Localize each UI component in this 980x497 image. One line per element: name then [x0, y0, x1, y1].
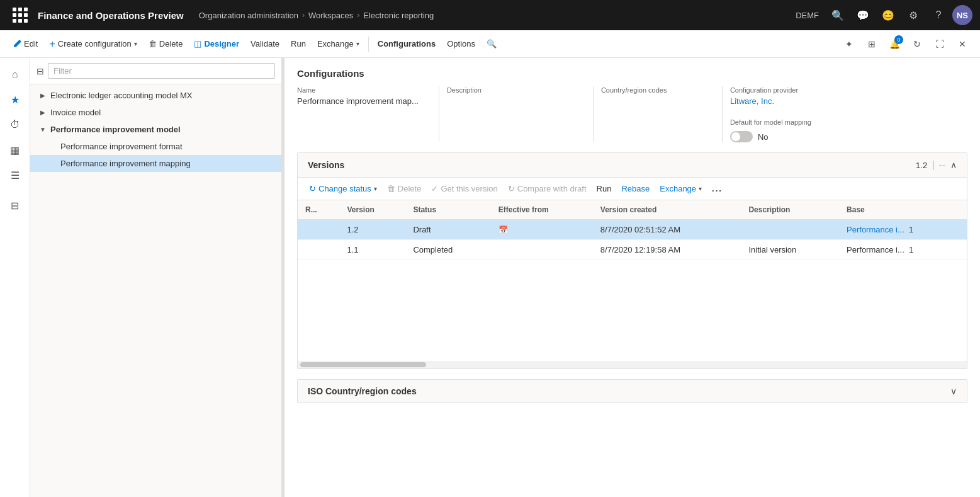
designer-icon: ◫: [194, 39, 201, 49]
col-created: Version created: [593, 200, 741, 220]
side-nav-calendar[interactable]: ▦: [4, 139, 26, 161]
help-btn[interactable]: ?: [927, 4, 950, 26]
config-country-label: Country/region codes: [601, 86, 702, 94]
breadcrumb-item-3[interactable]: Electronic reporting: [363, 11, 434, 20]
col-effective: Effective from: [491, 200, 593, 220]
breadcrumb-item-1[interactable]: Organization administration: [199, 11, 298, 20]
cmd-exchange[interactable]: Exchange ▾: [312, 37, 364, 51]
cmd-expand-icon[interactable]: ⛶: [930, 34, 950, 54]
tree-item-invoice-model[interactable]: ▶ Invoice model: [30, 104, 281, 121]
side-nav-recent[interactable]: ⏱: [4, 113, 26, 136]
cmd-delete[interactable]: 🗑 Delete: [144, 37, 188, 51]
vtool-get-version[interactable]: ✓ Get this version: [427, 181, 501, 196]
cell-r-1: [298, 220, 339, 240]
calendar-icon[interactable]: 📅: [498, 226, 508, 234]
field-sep-2: [593, 86, 594, 142]
environment-label: DEMF: [796, 11, 819, 20]
vtool-more[interactable]: ...: [708, 181, 726, 196]
config-country-field: Country/region codes: [601, 86, 714, 142]
tree-item-performance-model[interactable]: ▼ Performance improvement model: [30, 121, 281, 138]
field-sep-1: [439, 86, 439, 142]
cmd-edit[interactable]: Edit: [8, 37, 43, 51]
config-provider-value[interactable]: Litware, Inc.: [730, 96, 843, 106]
horizontal-scrollbar[interactable]: [298, 361, 967, 368]
vtool-compare[interactable]: ↻ Compare with draft: [504, 181, 590, 196]
cmd-create-config[interactable]: + Create configuration ▾: [44, 37, 142, 52]
versions-table: R... Version Status Effective from Versi…: [298, 200, 967, 260]
cell-base-2: Performance i... 1: [839, 240, 967, 260]
side-nav-home[interactable]: ⌂: [4, 63, 26, 86]
cell-effective-2: [491, 240, 593, 260]
settings-btn[interactable]: ⚙: [902, 4, 925, 26]
col-r: R...: [298, 200, 339, 220]
tree-arrow-2: ▶: [38, 109, 48, 116]
cmd-validate[interactable]: Validate: [245, 37, 284, 51]
vtool-rebase[interactable]: Rebase: [617, 181, 653, 196]
config-desc-label: Description: [447, 86, 573, 94]
vtool-check-icon: ✓: [431, 184, 438, 193]
comment-btn[interactable]: 💬: [852, 4, 874, 26]
col-base: Base: [839, 200, 967, 220]
cell-r-2: [298, 240, 339, 260]
vtool-change-status[interactable]: ↻ Change status ▾: [305, 181, 381, 196]
iso-section: ISO Country/region codes ∨: [297, 379, 967, 403]
exchange-dropdown-icon: ▾: [356, 40, 359, 47]
cmd-configurations[interactable]: Configurations: [373, 37, 441, 51]
config-name-field: Name Performance improvement map...: [297, 86, 431, 142]
tree-item-performance-format[interactable]: Performance improvement format: [30, 138, 281, 155]
col-description: Description: [741, 200, 839, 220]
scroll-thumb[interactable]: [300, 362, 426, 367]
cmd-layout-icon[interactable]: ⊞: [862, 34, 882, 54]
cell-version-1: 1.2: [339, 220, 405, 240]
waffle-menu[interactable]: [8, 0, 33, 30]
search-inline-icon: 🔍: [487, 39, 497, 49]
cmd-search-inline[interactable]: 🔍: [482, 37, 502, 51]
cmd-designer[interactable]: ◫ Designer: [189, 37, 244, 51]
cmd-close-icon[interactable]: ✕: [952, 34, 972, 54]
versions-table-header: R... Version Status Effective from Versi…: [298, 200, 967, 220]
user-avatar[interactable]: NS: [952, 5, 972, 25]
cmd-options[interactable]: Options: [442, 37, 480, 51]
breadcrumb-item-2[interactable]: Workspaces: [308, 11, 353, 20]
tree-body: ▶ Electronic ledger accounting model MX …: [30, 84, 281, 497]
cmd-run[interactable]: Run: [286, 37, 311, 51]
tree-item-electronic-ledger[interactable]: ▶ Electronic ledger accounting model MX: [30, 87, 281, 104]
config-desc-field: Description: [447, 86, 585, 142]
field-sep-3: [722, 86, 723, 142]
config-fields: Name Performance improvement map... Desc…: [297, 86, 967, 142]
tree-item-performance-mapping[interactable]: Performance improvement mapping: [30, 155, 281, 172]
filter-bar: ⊟: [30, 58, 281, 84]
side-nav-list[interactable]: ☰: [4, 164, 26, 186]
vtool-run[interactable]: Run: [593, 181, 616, 196]
mapping-toggle[interactable]: [730, 131, 753, 142]
configurations-section-title: Configurations: [297, 68, 967, 79]
compare-icon: ↻: [508, 184, 515, 193]
versions-table-scroll: R... Version Status Effective from Versi…: [298, 200, 967, 361]
cmd-notification-icon[interactable]: 🔔0: [884, 34, 904, 54]
side-nav-star[interactable]: ★: [4, 88, 26, 111]
search-btn[interactable]: 🔍: [826, 4, 849, 26]
change-status-arrow: ▾: [374, 185, 377, 192]
base-link-1[interactable]: Performance i...: [847, 225, 904, 234]
cell-status-1: Draft: [405, 220, 490, 240]
cell-base-1: Performance i... 1: [839, 220, 967, 240]
filter-icon[interactable]: ⊟: [37, 66, 44, 76]
app-title: Finance and Operations Preview: [38, 10, 184, 21]
side-nav-filter[interactable]: ⊟: [4, 194, 26, 217]
breadcrumb-sep-1: ›: [302, 11, 305, 20]
cmd-refresh-icon[interactable]: ↻: [907, 34, 927, 54]
iso-header[interactable]: ISO Country/region codes ∨: [298, 380, 967, 403]
table-row[interactable]: 1.1 Completed 8/7/2020 12:19:58 AM Initi…: [298, 240, 967, 260]
filter-input[interactable]: [48, 63, 275, 79]
versions-dash: --: [938, 159, 945, 171]
vtool-exchange[interactable]: Exchange ▾: [656, 181, 706, 196]
cmd-settings-icon[interactable]: ✦: [839, 34, 859, 54]
emoji-btn[interactable]: 😊: [877, 4, 899, 26]
mapping-value: No: [758, 132, 769, 142]
table-row[interactable]: 1.2 Draft 📅 8/7/2020 02:51:52 AM Perform…: [298, 220, 967, 240]
cell-desc-2: Initial version: [741, 240, 839, 260]
tree-arrow-3: ▼: [38, 126, 48, 133]
vtool-delete[interactable]: 🗑 Delete: [383, 181, 425, 196]
cell-version-2: 1.1: [339, 240, 405, 260]
versions-collapse-btn[interactable]: ∧: [950, 160, 957, 170]
